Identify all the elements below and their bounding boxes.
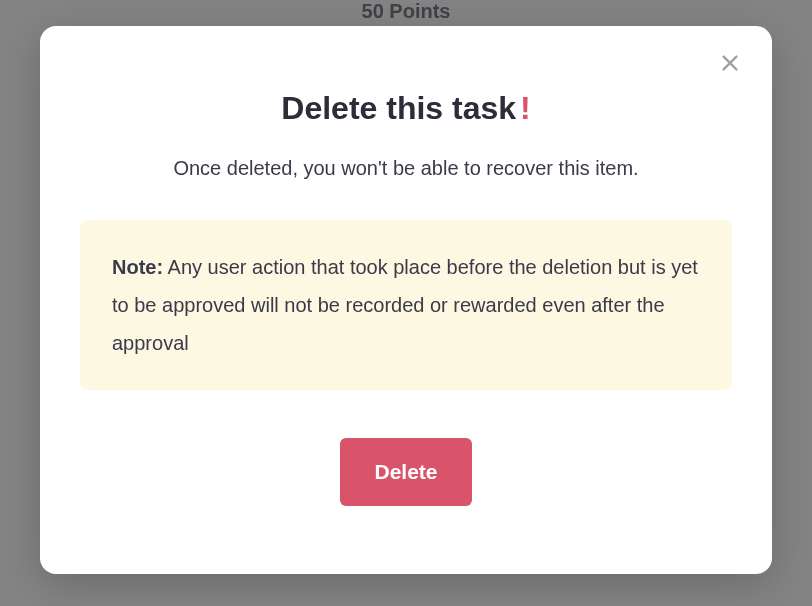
note-label: Note: (112, 256, 163, 278)
delete-task-modal: Delete this task! Once deleted, you won'… (40, 26, 772, 574)
modal-title: Delete this task! (120, 90, 692, 127)
modal-subtitle: Once deleted, you won't be able to recov… (120, 157, 692, 180)
delete-button[interactable]: Delete (340, 438, 471, 506)
note-body: Any user action that took place before t… (112, 256, 698, 354)
button-row: Delete (120, 438, 692, 506)
modal-title-text: Delete this task (281, 90, 516, 126)
note-box: Note: Any user action that took place be… (80, 220, 732, 390)
close-button[interactable] (716, 50, 744, 78)
close-icon (719, 52, 741, 77)
modal-title-exclaim: ! (520, 90, 531, 126)
note-text: Note: Any user action that took place be… (112, 248, 700, 362)
